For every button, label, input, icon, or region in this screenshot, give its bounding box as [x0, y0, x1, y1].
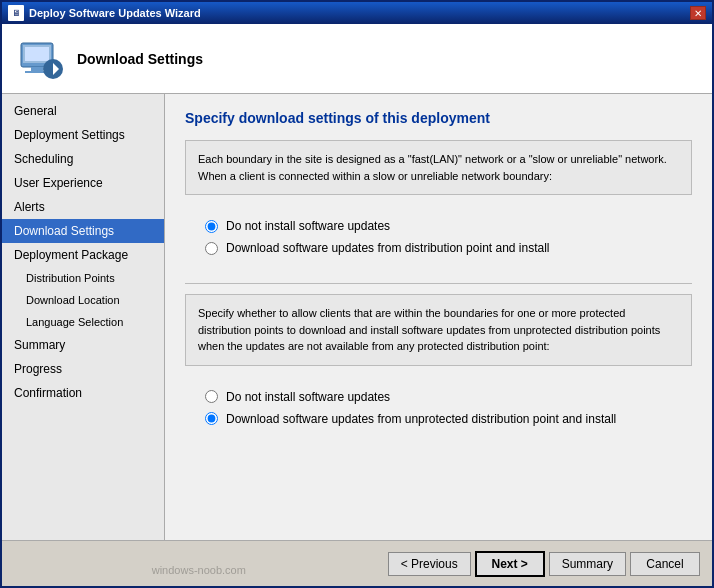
wizard-window: 🖥 Deploy Software Updates Wizard ✕ Downl…: [0, 0, 714, 588]
sidebar-item-deployment-package[interactable]: Deployment Package: [2, 243, 164, 267]
close-button[interactable]: ✕: [690, 6, 706, 20]
radio-label-no-install-1: Do not install software updates: [226, 219, 390, 233]
radio-option-1-2[interactable]: Download software updates from distribut…: [205, 241, 672, 255]
sidebar-item-progress[interactable]: Progress: [2, 357, 164, 381]
separator: [185, 283, 692, 284]
radio-no-install-1[interactable]: [205, 220, 218, 233]
info-box-2: Specify whether to allow clients that ar…: [185, 294, 692, 366]
radio-no-install-2[interactable]: [205, 390, 218, 403]
main-area: General Deployment Settings Scheduling U…: [2, 94, 712, 540]
content-area: Specify download settings of this deploy…: [165, 94, 712, 540]
header-title: Download Settings: [77, 51, 203, 67]
sidebar: General Deployment Settings Scheduling U…: [2, 94, 165, 540]
header-area: Download Settings: [2, 24, 712, 94]
bottom-bar: windows-noob.com < Previous Next > Summa…: [2, 540, 712, 586]
radio-download-unprotected[interactable]: [205, 412, 218, 425]
sidebar-item-summary[interactable]: Summary: [2, 333, 164, 357]
sidebar-item-scheduling[interactable]: Scheduling: [2, 147, 164, 171]
header-icon: [17, 35, 65, 83]
sidebar-item-download-location[interactable]: Download Location: [2, 289, 164, 311]
sidebar-item-language-selection[interactable]: Language Selection: [2, 311, 164, 333]
radio-label-no-install-2: Do not install software updates: [226, 390, 390, 404]
radio-option-2-2[interactable]: Download software updates from unprotect…: [205, 412, 672, 426]
summary-button[interactable]: Summary: [549, 552, 626, 576]
title-bar-text: Deploy Software Updates Wizard: [29, 7, 201, 19]
svg-rect-2: [25, 47, 49, 61]
title-bar: 🖥 Deploy Software Updates Wizard ✕: [2, 2, 712, 24]
sidebar-item-deployment-settings[interactable]: Deployment Settings: [2, 123, 164, 147]
content-title: Specify download settings of this deploy…: [185, 110, 692, 126]
cancel-button[interactable]: Cancel: [630, 552, 700, 576]
radio-group-2: Do not install software updates Download…: [205, 390, 672, 434]
info-box-1: Each boundary in the site is designed as…: [185, 140, 692, 195]
radio-download-install-1[interactable]: [205, 242, 218, 255]
sidebar-item-alerts[interactable]: Alerts: [2, 195, 164, 219]
radio-option-1-1[interactable]: Do not install software updates: [205, 219, 672, 233]
sidebar-item-confirmation[interactable]: Confirmation: [2, 381, 164, 405]
sidebar-item-user-experience[interactable]: User Experience: [2, 171, 164, 195]
radio-group-1: Do not install software updates Download…: [205, 219, 672, 263]
svg-rect-3: [31, 67, 43, 71]
next-button[interactable]: Next >: [475, 551, 545, 577]
radio-label-download-unprotected: Download software updates from unprotect…: [226, 412, 616, 426]
sidebar-item-distribution-points[interactable]: Distribution Points: [2, 267, 164, 289]
radio-label-download-install-1: Download software updates from distribut…: [226, 241, 550, 255]
title-bar-left: 🖥 Deploy Software Updates Wizard: [8, 5, 201, 21]
radio-option-2-1[interactable]: Do not install software updates: [205, 390, 672, 404]
watermark-text: windows-noob.com: [152, 564, 246, 576]
app-icon: 🖥: [8, 5, 24, 21]
sidebar-item-download-settings[interactable]: Download Settings: [2, 219, 164, 243]
sidebar-item-general[interactable]: General: [2, 99, 164, 123]
previous-button[interactable]: < Previous: [388, 552, 471, 576]
